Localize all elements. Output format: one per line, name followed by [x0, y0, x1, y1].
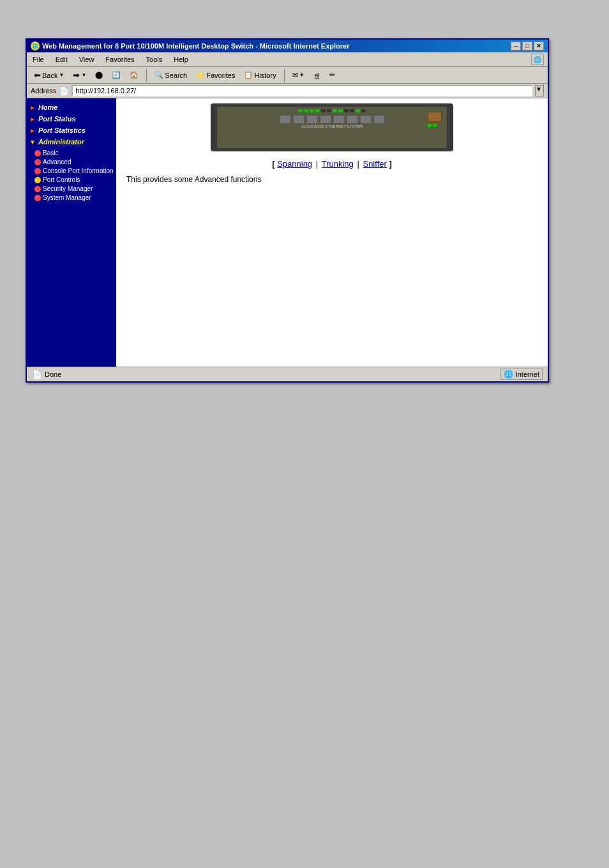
mail-dropdown-icon[interactable]: ▼ — [299, 72, 304, 78]
sidebar-label-home: Home — [38, 103, 58, 111]
port-2 — [293, 115, 304, 124]
edit-icon: ✏ — [329, 71, 335, 79]
refresh-button[interactable]: 🔄 — [109, 69, 124, 81]
search-button[interactable]: 🔍 Search — [151, 69, 190, 81]
uplink-led-2 — [433, 124, 437, 127]
subitem-icon-security-manager — [34, 186, 41, 192]
links-section: [ Spanning | Trunking | Sniffer ] — [126, 159, 538, 169]
address-page-icon: 📄 — [59, 86, 69, 96]
led-7 — [333, 109, 337, 112]
ie-window: 🌐 Web Management for 8 Port 10/100M Inte… — [26, 38, 549, 383]
led-10 — [350, 109, 354, 112]
led-4 — [315, 109, 320, 112]
subitem-label-security-manager: Security Manager — [43, 185, 93, 192]
menu-bar: File Edit View Favorites Tools Help 🌐 — [27, 52, 548, 67]
print-button[interactable]: 🖨 — [310, 70, 324, 81]
switch-body: 10/100 BASE ETHERNET SYSTEM — [217, 107, 447, 148]
address-go-dropdown[interactable]: ▼ — [535, 85, 544, 96]
content-area: ► Home ► Port Status ► Port Statistics ▼… — [27, 98, 548, 367]
status-bar: 📄 Done 🌐 Internet — [27, 367, 548, 381]
port-6 — [347, 115, 358, 124]
uplink-leds — [428, 124, 442, 127]
mail-button[interactable]: ✉ ▼ — [289, 69, 308, 81]
sidebar-arrow-port-statistics: ► — [29, 127, 36, 134]
title-bar-left: 🌐 Web Management for 8 Port 10/100M Inte… — [31, 42, 349, 50]
favorites-button[interactable]: ⭐ Favorites — [193, 69, 238, 81]
back-dropdown-icon[interactable]: ▼ — [59, 72, 64, 78]
sidebar-subitem-security-manager[interactable]: Security Manager — [34, 185, 114, 192]
led-5 — [321, 109, 326, 112]
search-label: Search — [165, 72, 187, 79]
menu-favorites[interactable]: Favorites — [103, 55, 136, 64]
sidebar-item-administrator[interactable]: ▼ Administrator — [29, 138, 114, 146]
main-content: 10/100 BASE ETHERNET SYSTEM [ Spanning |… — [116, 98, 548, 367]
sidebar-label-port-status: Port Status — [38, 115, 76, 123]
led-6 — [327, 109, 331, 112]
history-icon: 📋 — [244, 71, 253, 79]
led-2 — [304, 109, 308, 112]
uplink-led-1 — [428, 124, 432, 127]
home-button[interactable]: 🏠 — [126, 69, 142, 81]
led-12 — [361, 109, 366, 112]
menu-help[interactable]: Help — [172, 55, 190, 64]
port-1 — [280, 115, 291, 124]
forward-button[interactable]: ➡ ▼ — [70, 68, 89, 82]
subitem-icon-system-manager — [34, 195, 41, 201]
uplink-port — [428, 112, 442, 122]
subitem-label-port-controls: Port Controls — [43, 176, 80, 183]
close-button[interactable]: ✕ — [534, 42, 544, 50]
bracket-close: ] — [389, 159, 391, 169]
sidebar-item-port-statistics[interactable]: ► Port Statistics — [29, 126, 114, 134]
forward-dropdown-icon[interactable]: ▼ — [81, 72, 86, 78]
led-1 — [298, 109, 303, 112]
restore-button[interactable]: □ — [522, 42, 532, 50]
stop-button[interactable]: ⬤ — [92, 69, 106, 81]
subitem-label-system-manager: System Manager — [43, 194, 91, 201]
port-7 — [360, 115, 372, 124]
search-icon: 🔍 — [154, 71, 163, 79]
edit-button[interactable]: ✏ — [326, 69, 338, 81]
sidebar-subitem-basic[interactable]: Basic — [34, 149, 114, 156]
sidebar-subitem-console-port[interactable]: Console Port Information — [34, 167, 114, 174]
sidebar-arrow-administrator: ▼ — [29, 139, 36, 146]
history-button[interactable]: 📋 History — [241, 69, 279, 81]
sidebar-subitem-system-manager[interactable]: System Manager — [34, 194, 114, 201]
led-3 — [310, 109, 314, 112]
sidebar-subitem-port-controls[interactable]: Port Controls — [34, 176, 114, 183]
mail-icon: ✉ — [292, 71, 298, 79]
port-3 — [306, 115, 318, 124]
stop-icon: ⬤ — [95, 71, 103, 79]
subitem-icon-console-port — [34, 168, 41, 174]
address-input[interactable] — [71, 85, 532, 96]
menu-edit[interactable]: Edit — [54, 55, 70, 64]
toolbar-separator-1 — [146, 69, 147, 82]
pipe-2: | — [357, 159, 361, 169]
minimize-button[interactable]: ─ — [511, 42, 521, 50]
menu-file[interactable]: File — [31, 55, 46, 64]
title-bar: 🌐 Web Management for 8 Port 10/100M Inte… — [27, 40, 548, 52]
sidebar-item-home[interactable]: ► Home — [29, 103, 114, 111]
back-button[interactable]: ⬅ Back ▼ — [31, 68, 67, 82]
port-4 — [320, 115, 331, 124]
print-icon: 🖨 — [313, 72, 320, 79]
sniffer-link[interactable]: Sniffer — [363, 159, 386, 169]
favorites-label: Favorites — [206, 72, 235, 79]
title-bar-buttons: ─ □ ✕ — [511, 42, 544, 50]
subitem-label-console-port: Console Port Information — [43, 167, 114, 174]
port-row — [221, 115, 443, 124]
trunking-link[interactable]: Trunking — [322, 159, 354, 169]
status-globe-icon: 🌐 — [504, 370, 513, 379]
led-row — [221, 109, 443, 112]
sidebar-submenu: Basic Advanced Console Port Information … — [29, 149, 114, 201]
sidebar-item-port-status[interactable]: ► Port Status — [29, 115, 114, 123]
spanning-link[interactable]: Spanning — [277, 159, 312, 169]
sidebar: ► Home ► Port Status ► Port Statistics ▼… — [27, 98, 116, 367]
ie-icon: 🌐 — [31, 42, 40, 50]
menu-view[interactable]: View — [77, 55, 96, 64]
menu-tools[interactable]: Tools — [144, 55, 165, 64]
sidebar-subitem-advanced[interactable]: Advanced — [34, 158, 114, 165]
ie-logo-badge: 🌐 — [531, 54, 544, 65]
back-icon: ⬅ — [34, 70, 41, 80]
led-11 — [356, 109, 360, 112]
back-label: Back — [42, 72, 57, 79]
